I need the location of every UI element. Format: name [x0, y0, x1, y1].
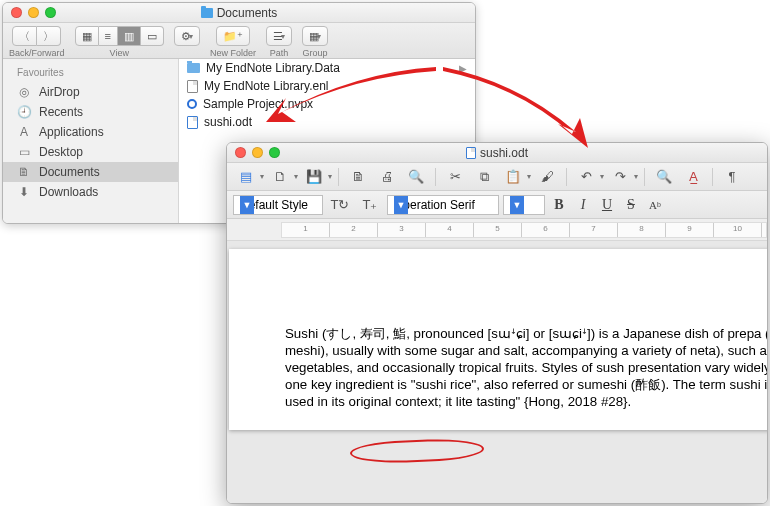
paste-button[interactable]: 📋: [500, 166, 526, 188]
action-label: [186, 48, 189, 58]
writer-toolbar-main: ▤▾ 🗋▾ 💾▾ 🗎 🖨 🔍 ✂ ⧉ 📋▾ 🖌 ↶▾ ↷▾ 🔍 A̲ ¶: [227, 163, 767, 191]
folder-icon: [201, 8, 213, 18]
copy-button[interactable]: ⧉: [471, 166, 497, 188]
back-forward-label: Back/Forward: [9, 48, 65, 58]
new-folder-label: New Folder: [210, 48, 256, 58]
export-pdf-button[interactable]: 🗎: [345, 166, 371, 188]
path-button[interactable]: ☰▾: [266, 26, 292, 46]
print-preview-button[interactable]: 🔍: [403, 166, 429, 188]
file-name: Sample Project.nvpx: [203, 97, 313, 111]
print-button[interactable]: 🖨: [374, 166, 400, 188]
style-value: Default Style: [240, 198, 308, 212]
strike-button[interactable]: S: [621, 195, 641, 215]
document-area: Sushi (すし, 寿司, 鮨, pronounced [sɯꜜɕi] or …: [227, 241, 767, 503]
find-button[interactable]: 🔍: [651, 166, 677, 188]
grid-icon: ▦: [82, 30, 92, 43]
file-name: My EndNote Library.Data: [206, 61, 340, 75]
finder-titlebar: Documents: [3, 3, 475, 23]
clone-format-button[interactable]: 🖌: [534, 166, 560, 188]
sidebar-item-label: Desktop: [39, 145, 83, 159]
list-view-button[interactable]: ≡: [99, 26, 118, 46]
chevron-left-icon: 〈: [19, 29, 30, 44]
file-name: sushi.odt: [204, 115, 252, 129]
file-item[interactable]: My EndNote Library.Data▶: [179, 59, 475, 77]
file-item[interactable]: My EndNote Library.enl: [179, 77, 475, 95]
sidebar-item-label: Downloads: [39, 185, 98, 199]
ruler[interactable]: 12345678910111213: [227, 219, 767, 241]
writer-title: sushi.odt: [227, 146, 767, 160]
bold-button[interactable]: B: [549, 195, 569, 215]
sidebar-item-airdrop[interactable]: ◎AirDrop: [3, 82, 178, 102]
ruler-tick: 5: [474, 223, 522, 237]
sidebar-icon: ◎: [17, 85, 31, 99]
group-button[interactable]: ▦▾: [302, 26, 328, 46]
column-view-button[interactable]: ▥: [118, 26, 141, 46]
undo-button[interactable]: ↶: [573, 166, 599, 188]
cut-button[interactable]: ✂: [442, 166, 468, 188]
sidebar-item-applications[interactable]: AApplications: [3, 122, 178, 142]
ruler-tick: 9: [666, 223, 714, 237]
columns-icon: ▥: [124, 30, 134, 43]
new-style-button[interactable]: T₊: [357, 194, 383, 216]
odt-icon: [187, 116, 198, 129]
sidebar-item-label: Applications: [39, 125, 104, 139]
ruler-tick: 7: [570, 223, 618, 237]
font-size-combo[interactable]: 12 ▼: [503, 195, 545, 215]
italic-button[interactable]: I: [573, 195, 593, 215]
ruler-tick: 11: [762, 223, 767, 237]
chevron-right-icon: 〉: [43, 29, 54, 44]
ruler-tick: 8: [618, 223, 666, 237]
font-name-combo[interactable]: Liberation Serif ▼: [387, 195, 499, 215]
save-button[interactable]: 💾: [301, 166, 327, 188]
sidebar-item-recents[interactable]: 🕘Recents: [3, 102, 178, 122]
sidebar-item-documents[interactable]: 🗎Documents: [3, 162, 178, 182]
document-body-text: Sushi (すし, 寿司, 鮨, pronounced [sɯꜜɕi] or …: [285, 326, 767, 409]
document-page[interactable]: Sushi (すし, 寿司, 鮨, pronounced [sɯꜜɕi] or …: [229, 249, 767, 430]
formatting-marks-button[interactable]: ¶: [719, 166, 745, 188]
odt-icon: [466, 147, 476, 159]
back-forward-group: 〈 〉 Back/Forward: [9, 26, 65, 58]
back-button[interactable]: 〈: [12, 26, 37, 46]
action-group: ⚙︎▾: [174, 26, 200, 58]
paragraph-style-combo[interactable]: Default Style ▼: [233, 195, 323, 215]
size-value: 12: [510, 198, 523, 212]
path-group: ☰▾ Path: [266, 26, 292, 58]
path-label: Path: [270, 48, 289, 58]
file-item[interactable]: Sample Project.nvpx: [179, 95, 475, 113]
sidebar-toggle-button[interactable]: ▤: [233, 166, 259, 188]
ruler-tick: 10: [714, 223, 762, 237]
redo-button[interactable]: ↷: [607, 166, 633, 188]
sidebar-icon: ▭: [17, 145, 31, 159]
chevron-right-icon: ▶: [459, 63, 467, 74]
sidebar-item-downloads[interactable]: ⬇Downloads: [3, 182, 178, 202]
sidebar-item-desktop[interactable]: ▭Desktop: [3, 142, 178, 162]
writer-window: sushi.odt ▤▾ 🗋▾ 💾▾ 🗎 🖨 🔍 ✂ ⧉ 📋▾ 🖌 ↶▾ ↷▾ …: [226, 142, 768, 504]
superscript-button[interactable]: Ab: [645, 195, 665, 215]
ruler-tick: 3: [378, 223, 426, 237]
new-folder-button[interactable]: 📁⁺: [216, 26, 250, 46]
icon-view-button[interactable]: ▦: [75, 26, 99, 46]
gallery-view-button[interactable]: ▭: [141, 26, 164, 46]
gallery-icon: ▭: [147, 30, 157, 43]
writer-title-text: sushi.odt: [480, 146, 528, 160]
writer-titlebar: sushi.odt: [227, 143, 767, 163]
finder-toolbar: 〈 〉 Back/Forward ▦ ≡ ▥ ▭ View ⚙︎▾ 📁⁺ New…: [3, 23, 475, 59]
update-style-button[interactable]: T↻: [327, 194, 353, 216]
sidebar-icon: 🕘: [17, 105, 31, 119]
ruler-tick: 2: [330, 223, 378, 237]
sidebar-item-label: Recents: [39, 105, 83, 119]
sidebar-icon: 🗎: [17, 165, 31, 179]
folder-icon: [187, 63, 200, 73]
spellcheck-button[interactable]: A̲: [680, 166, 706, 188]
enl-icon: [187, 80, 198, 93]
file-item[interactable]: sushi.odt: [179, 113, 475, 131]
ruler-tick: 4: [426, 223, 474, 237]
underline-button[interactable]: U: [597, 195, 617, 215]
action-button[interactable]: ⚙︎▾: [174, 26, 200, 46]
group-label: Group: [302, 48, 327, 58]
finder-title: Documents: [3, 6, 475, 20]
forward-button[interactable]: 〉: [37, 26, 61, 46]
new-doc-button[interactable]: 🗋: [267, 166, 293, 188]
view-label: View: [110, 48, 129, 58]
sidebar-header: Favourites: [3, 65, 178, 82]
